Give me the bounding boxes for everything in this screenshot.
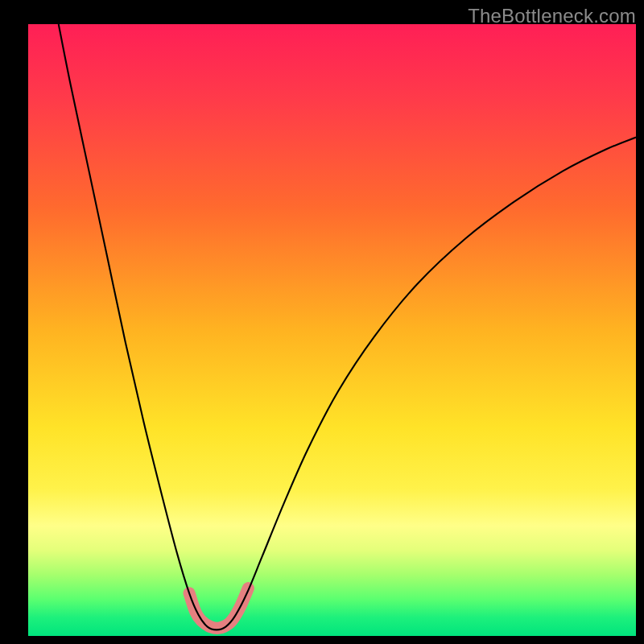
curve-layer [28,24,636,636]
chart-frame: TheBottleneck.com [0,0,644,644]
bottleneck-curve-path [59,24,636,630]
plot-area [28,24,636,636]
watermark-text: TheBottleneck.com [468,5,636,27]
